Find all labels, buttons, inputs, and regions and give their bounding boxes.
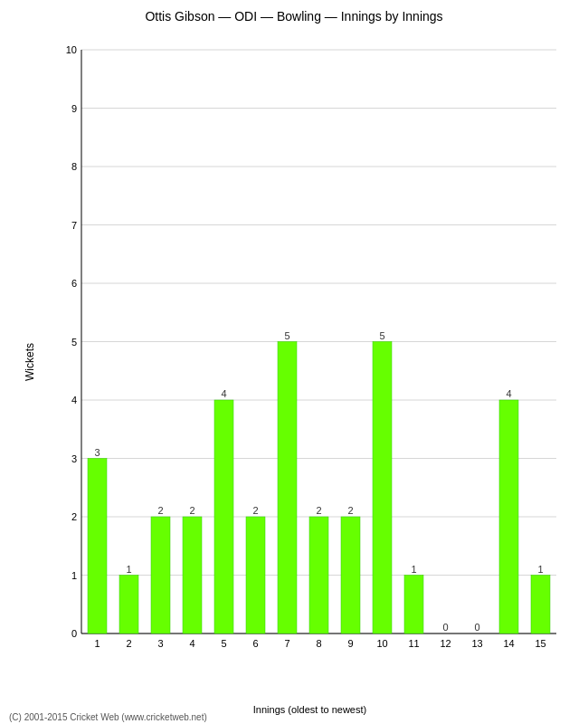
svg-text:15: 15 [535, 638, 545, 649]
svg-text:3: 3 [94, 447, 100, 458]
chart-area: 0123456789103112232445265728295101110120… [50, 36, 570, 661]
svg-text:8: 8 [316, 638, 321, 649]
svg-text:2: 2 [126, 638, 131, 649]
svg-text:4: 4 [506, 388, 511, 399]
svg-rect-64 [531, 576, 550, 634]
svg-text:10: 10 [66, 44, 77, 55]
svg-text:9: 9 [71, 103, 77, 114]
svg-text:14: 14 [503, 638, 514, 649]
svg-rect-24 [88, 459, 107, 634]
svg-text:0: 0 [442, 622, 448, 633]
svg-rect-51 [373, 342, 392, 634]
svg-text:6: 6 [71, 278, 77, 289]
svg-text:1: 1 [411, 564, 416, 575]
svg-text:0: 0 [71, 628, 77, 639]
svg-rect-54 [404, 576, 423, 634]
svg-text:3: 3 [157, 638, 163, 649]
svg-text:4: 4 [189, 638, 194, 649]
svg-text:5: 5 [71, 337, 77, 348]
svg-text:2: 2 [189, 505, 194, 516]
svg-text:5: 5 [221, 638, 226, 649]
svg-rect-33 [183, 517, 202, 634]
svg-text:5: 5 [379, 330, 384, 341]
svg-rect-27 [119, 576, 138, 634]
chart-container: Ottis Gibson — ODI — Bowling — Innings b… [0, 0, 588, 724]
svg-rect-36 [214, 400, 233, 634]
svg-text:2: 2 [71, 511, 77, 522]
svg-text:9: 9 [347, 638, 353, 649]
svg-rect-48 [341, 517, 360, 634]
svg-text:7: 7 [284, 638, 289, 649]
svg-text:11: 11 [408, 638, 419, 649]
chart-title: Ottis Gibson — ODI — Bowling — Innings b… [0, 0, 588, 28]
svg-text:4: 4 [221, 388, 226, 399]
svg-text:10: 10 [376, 638, 387, 649]
chart-svg: 0123456789103112232445265728295101110120… [50, 36, 570, 661]
svg-text:1: 1 [126, 564, 131, 575]
y-axis-label: Wickets [24, 343, 36, 381]
svg-text:6: 6 [252, 638, 258, 649]
svg-text:7: 7 [71, 220, 77, 231]
svg-rect-45 [309, 517, 328, 634]
svg-text:2: 2 [316, 505, 321, 516]
svg-text:13: 13 [471, 638, 482, 649]
svg-text:2: 2 [252, 505, 258, 516]
svg-text:1: 1 [537, 564, 543, 575]
svg-text:3: 3 [71, 453, 77, 464]
svg-text:2: 2 [157, 505, 163, 516]
copyright-text: (C) 2001-2015 Cricket Web (www.cricketwe… [9, 712, 207, 722]
svg-text:2: 2 [347, 505, 353, 516]
svg-text:5: 5 [284, 330, 289, 341]
svg-rect-42 [278, 342, 297, 634]
svg-rect-61 [499, 400, 518, 634]
svg-text:12: 12 [440, 638, 450, 649]
svg-text:1: 1 [94, 638, 100, 649]
svg-text:1: 1 [71, 570, 77, 581]
svg-rect-30 [151, 517, 170, 634]
svg-rect-39 [246, 517, 265, 634]
svg-text:4: 4 [71, 395, 77, 405]
svg-text:0: 0 [474, 622, 479, 633]
svg-text:8: 8 [71, 161, 77, 172]
